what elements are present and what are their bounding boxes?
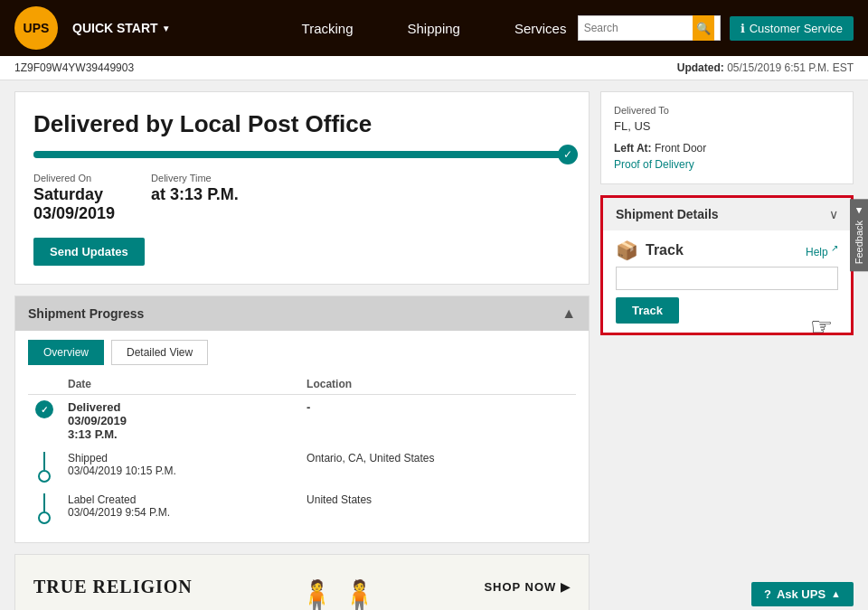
- delivery-card: Delivered by Local Post Office ✓ Deliver…: [14, 91, 590, 285]
- timeline-line: [43, 493, 45, 511]
- ask-ups-chevron-icon: ▲: [831, 588, 841, 599]
- cursor-hand-icon: ☞: [810, 312, 833, 342]
- header: UPS QUICK START ▼ Tracking Shipping Serv…: [0, 0, 868, 56]
- left-at-label: Left At:: [614, 142, 652, 155]
- table-row: Label Created03/04/2019 9:54 P.M. United…: [28, 488, 576, 530]
- track-icon: 📦: [616, 239, 638, 261]
- send-updates-button[interactable]: Send Updates: [33, 238, 145, 266]
- delivery-info-row: Delivered On Saturday03/09/2019 Delivery…: [33, 173, 571, 223]
- proof-of-delivery-link[interactable]: Proof of Delivery: [614, 158, 694, 171]
- shipped-date: Shipped03/04/2019 10:15 P.M.: [61, 446, 299, 488]
- shipment-table-wrapper: Date Location ✓ Delivered03/09/20193:13 …: [15, 374, 589, 542]
- left-panel: Delivered by Local Post Office ✓ Deliver…: [14, 91, 590, 610]
- nav-tracking[interactable]: Tracking: [302, 21, 354, 36]
- col-location: Location: [299, 374, 576, 395]
- nav-services[interactable]: Services: [514, 21, 567, 36]
- left-at-text: Left At: Front Door: [614, 142, 840, 155]
- shipment-progress-tabs: Overview Detailed View: [15, 331, 589, 374]
- delivery-time-value: at 3:13 P.M.: [151, 185, 239, 204]
- bottom-bar: ? Ask UPS ▲: [0, 577, 868, 610]
- tab-detailed[interactable]: Detailed View: [111, 340, 208, 365]
- delivered-on-col: Delivered On Saturday03/09/2019: [33, 173, 115, 223]
- quick-start-label: QUICK START: [72, 21, 158, 35]
- check-icon: ✓: [35, 400, 53, 418]
- updated-text: Updated: 05/15/2019 6:51 P.M. EST: [677, 61, 854, 74]
- shipment-table: Date Location ✓ Delivered03/09/20193:13 …: [28, 374, 576, 530]
- table-row: ✓ Delivered03/09/20193:13 P.M. -: [28, 395, 576, 447]
- table-row: Shipped03/04/2019 10:15 P.M. Ontario, CA…: [28, 446, 576, 488]
- feedback-label: Feedback: [854, 221, 864, 264]
- progress-bar-container: ✓: [33, 151, 571, 158]
- shipped-location: Ontario, CA, United States: [299, 446, 576, 488]
- left-at-value: Front Door: [655, 142, 706, 155]
- delivery-details-card: Delivered To FL, US Left At: Front Door …: [600, 91, 854, 184]
- delivered-on-value: Saturday03/09/2019: [33, 185, 115, 223]
- delivered-date: Delivered03/09/20193:13 P.M.: [61, 395, 299, 447]
- delivered-on-label: Delivered On: [33, 173, 115, 183]
- nav-shipping[interactable]: Shipping: [408, 21, 460, 36]
- main-content: Delivered by Local Post Office ✓ Deliver…: [0, 80, 868, 610]
- search-input[interactable]: [584, 22, 693, 34]
- customer-service-button[interactable]: ℹ Customer Service: [730, 16, 854, 41]
- updated-value: 05/15/2019 6:51 P.M. EST: [727, 61, 854, 74]
- shipment-details-title: Shipment Details: [616, 207, 719, 221]
- delivery-time-col: Delivery Time at 3:13 P.M.: [151, 173, 239, 223]
- delivery-time-label: Delivery Time: [151, 173, 239, 183]
- ups-logo[interactable]: UPS: [14, 6, 58, 50]
- header-right: 🔍 ℹ Customer Service: [578, 15, 854, 41]
- track-row: 📦 Track Help ↗: [616, 239, 838, 261]
- shipment-progress-title: Shipment Progress: [28, 306, 144, 321]
- external-link-icon: ↗: [831, 243, 838, 253]
- quick-start-chevron: ▼: [162, 23, 171, 33]
- col-date: Date: [61, 374, 299, 395]
- customer-service-label: Customer Service: [750, 22, 843, 35]
- timeline-icon-label: [28, 488, 61, 530]
- customer-service-icon: ℹ: [741, 22, 745, 35]
- shipment-progress-header: Shipment Progress ▲: [15, 296, 589, 331]
- quick-start-nav[interactable]: QUICK START ▼: [72, 21, 171, 35]
- timeline-line: [43, 452, 45, 470]
- main-nav: Tracking Shipping Services: [302, 21, 567, 36]
- delivered-to-value: FL, US: [614, 119, 840, 133]
- help-link[interactable]: Help ↗: [806, 243, 838, 258]
- shipment-progress-collapse-icon[interactable]: ▲: [561, 305, 576, 322]
- label-created-date: Label Created03/04/2019 9:54 P.M.: [61, 488, 299, 530]
- tracking-bar: 1Z9F09W4YW39449903 Updated: 05/15/2019 6…: [0, 56, 868, 80]
- col-status: [28, 374, 61, 395]
- search-box: 🔍: [578, 15, 721, 41]
- timeline-icon-delivered: ✓: [28, 395, 61, 447]
- progress-bar-fill: [33, 151, 571, 158]
- progress-bar-bg: ✓: [33, 151, 571, 158]
- search-button[interactable]: 🔍: [693, 15, 714, 41]
- shipment-details-chevron-icon: ∨: [829, 207, 838, 221]
- dot-icon: [38, 470, 51, 483]
- tab-overview[interactable]: Overview: [28, 340, 104, 365]
- right-panel: Delivered To FL, US Left At: Front Door …: [600, 91, 854, 610]
- ups-logo-text: UPS: [24, 22, 50, 34]
- track-label: Track: [646, 242, 684, 258]
- progress-check-icon: ✓: [558, 145, 578, 164]
- ask-ups-label: Ask UPS: [777, 587, 826, 601]
- delivery-title: Delivered by Local Post Office: [33, 110, 571, 138]
- track-button[interactable]: Track: [616, 297, 679, 324]
- feedback-tab[interactable]: Feedback ▲: [850, 199, 868, 271]
- delivered-to-label: Delivered To: [614, 105, 840, 116]
- ask-ups-icon: ?: [764, 587, 771, 601]
- shipment-details-card: Shipment Details ∨ 📦 Track Help ↗ Track …: [600, 195, 854, 335]
- delivered-location: -: [299, 395, 576, 447]
- dot-icon-2: [38, 511, 51, 524]
- timeline-icon-shipped: [28, 446, 61, 488]
- ask-ups-button[interactable]: ? Ask UPS ▲: [751, 582, 854, 606]
- shipment-progress-card: Shipment Progress ▲ Overview Detailed Vi…: [14, 296, 590, 543]
- shipment-details-header[interactable]: Shipment Details ∨: [603, 198, 851, 230]
- tracking-number: 1Z9F09W4YW39449903: [14, 61, 134, 74]
- track-input[interactable]: [616, 267, 838, 290]
- label-created-location: United States: [299, 488, 576, 530]
- updated-label: Updated:: [677, 61, 724, 74]
- feedback-arrow-icon: ▲: [854, 206, 864, 217]
